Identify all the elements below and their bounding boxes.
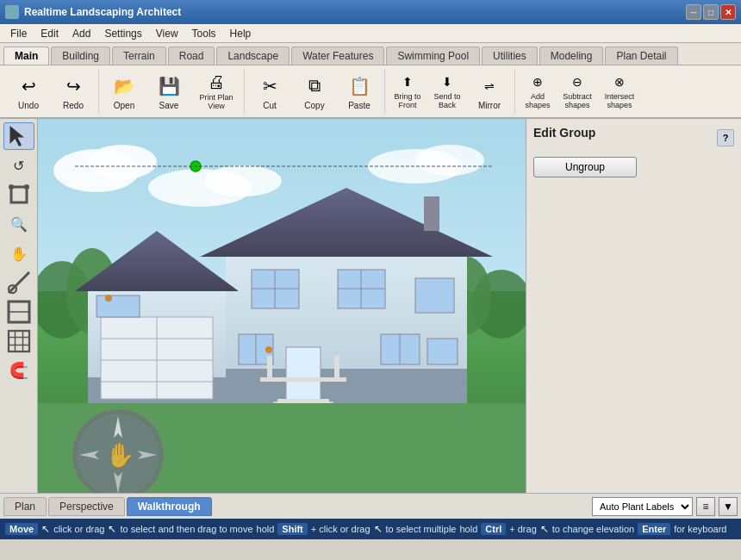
walkthrough-tab[interactable]: Walkthrough [127, 497, 212, 516]
cut-button[interactable]: ✂ Cut [248, 69, 291, 114]
intersect-shapes-button[interactable]: ⊗ Intersectshapes [598, 69, 641, 114]
layer-icon-button[interactable]: ≡ [696, 497, 715, 516]
mirror-icon: ⇌ [476, 72, 503, 99]
tab-main[interactable]: Main [3, 47, 49, 65]
intersect-shapes-icon: ⊗ [606, 72, 633, 91]
title-bar-left: Realtime Landscaping Architect [5, 5, 181, 19]
tab-modeling[interactable]: Modeling [539, 47, 604, 65]
menu-settings[interactable]: Settings [97, 26, 148, 41]
svg-rect-43 [415, 278, 454, 313]
toolbar-group-arrange: ⬆ Bring toFront ⬇ Send toBack ⇌ Mirror [389, 69, 515, 114]
cut-label: Cut [263, 101, 277, 110]
undo-button[interactable]: ↩ Undo [7, 69, 50, 114]
help-button[interactable]: ? [717, 129, 734, 146]
frame-tool-button[interactable] [3, 298, 34, 326]
reshape-tool-button[interactable] [3, 181, 34, 208]
svg-rect-54 [334, 356, 339, 382]
menu-view[interactable]: View [149, 26, 185, 41]
save-icon: 💾 [155, 72, 183, 99]
perspective-tab[interactable]: Perspective [48, 497, 125, 516]
svg-rect-36 [97, 296, 140, 317]
mirror-button[interactable]: ⇌ Mirror [468, 69, 511, 114]
svg-line-3 [9, 272, 29, 293]
tab-plan-detail[interactable]: Plan Detail [605, 47, 677, 65]
svg-rect-53 [267, 356, 272, 382]
paste-button[interactable]: 📋 Paste [338, 69, 381, 114]
ctrl-key-label: Ctrl [481, 523, 506, 535]
measure-tool-button[interactable] [3, 269, 34, 296]
svg-point-1 [9, 184, 14, 190]
subtract-shapes-label: Subtractshapes [563, 93, 592, 110]
print-label: Print PlanView [199, 94, 233, 111]
send-to-back-button[interactable]: ⬇ Send toBack [428, 69, 466, 114]
expand-icon-button[interactable]: ▼ [719, 497, 738, 516]
redo-label: Redo [63, 101, 84, 110]
canvas-area[interactable]: ✋ [38, 119, 526, 493]
cut-icon: ✂ [256, 72, 283, 99]
toolbar-group-file: 📂 Open 💾 Save 🖨 Print PlanView [103, 69, 245, 114]
status-text-8: to change elevation [552, 524, 634, 534]
menu-add[interactable]: Add [65, 26, 97, 41]
enter-key-label: Enter [638, 523, 670, 535]
magnet-tool-button[interactable]: 🧲 [3, 357, 34, 384]
menu-help[interactable]: Help [223, 26, 258, 41]
undo-label: Undo [18, 101, 39, 110]
title-bar: Realtime Landscaping Architect ─ □ ✕ [0, 0, 741, 24]
save-button[interactable]: 💾 Save [147, 69, 190, 114]
svg-rect-52 [260, 377, 346, 382]
mirror-label: Mirror [478, 101, 501, 110]
title-bar-buttons: ─ □ ✕ [686, 4, 736, 20]
maximize-button[interactable]: □ [703, 4, 719, 20]
cursor-icon: ↖ [41, 523, 50, 535]
plan-tab[interactable]: Plan [3, 497, 47, 516]
redo-button[interactable]: ↪ Redo [52, 69, 95, 114]
rotate-tool-button[interactable]: ↺ [3, 152, 34, 179]
close-button[interactable]: ✕ [720, 4, 736, 20]
grid-tool-button[interactable] [3, 327, 34, 355]
auto-plant-dropdown[interactable]: Auto Plant Labels [592, 497, 693, 516]
svg-rect-33 [286, 347, 321, 403]
tab-utilities[interactable]: Utilities [482, 47, 538, 65]
svg-point-18 [415, 145, 484, 176]
save-label: Save [159, 101, 179, 110]
subtract-shapes-button[interactable]: ⊖ Subtractshapes [558, 69, 596, 114]
copy-button[interactable]: ⧉ Copy [293, 69, 336, 114]
add-shapes-icon: ⊕ [524, 72, 551, 91]
tab-terrain[interactable]: Terrain [112, 47, 166, 65]
tab-water-features[interactable]: Water Features [291, 47, 384, 65]
print-button[interactable]: 🖨 Print PlanView [192, 69, 240, 114]
pan-tool-button[interactable]: ✋ [3, 240, 34, 267]
svg-text:✋: ✋ [105, 441, 135, 470]
add-shapes-button[interactable]: ⊕ Addshapes [519, 69, 557, 114]
paste-label: Paste [348, 101, 370, 110]
left-toolbar: ↺ 🔍 ✋ 🧲 [0, 119, 38, 493]
status-bar: Move ↖ click or drag ↖ to select and the… [0, 519, 741, 539]
zoom-tool-button[interactable]: 🔍 [3, 210, 34, 238]
house-scene: ✋ [38, 119, 526, 493]
tab-road[interactable]: Road [168, 47, 215, 65]
menu-tools[interactable]: Tools [185, 26, 223, 41]
tab-landscape[interactable]: Landscape [216, 47, 290, 65]
toolbar-group-shapes: ⊕ Addshapes ⊖ Subtractshapes ⊗ Intersect… [519, 69, 644, 114]
svg-rect-35 [277, 399, 329, 403]
status-text-2: to select and then drag to move [120, 524, 252, 534]
minimize-button[interactable]: ─ [686, 4, 701, 20]
status-text-1: click or drag [53, 524, 104, 534]
menu-file[interactable]: File [3, 26, 34, 41]
status-text-5: to select multiple [386, 524, 457, 534]
open-button[interactable]: 📂 Open [103, 69, 146, 114]
move-label: Move [5, 523, 38, 535]
add-shapes-label: Addshapes [525, 93, 550, 110]
paste-icon: 📋 [346, 72, 373, 99]
select-tool-button[interactable] [3, 122, 34, 150]
menu-bar: File Edit Add Settings View Tools Help [0, 24, 741, 43]
tab-swimming-pool[interactable]: Swimming Pool [386, 47, 480, 65]
ungroup-button[interactable]: Ungroup [533, 157, 637, 177]
undo-icon: ↩ [15, 72, 42, 99]
tab-building[interactable]: Building [51, 47, 110, 65]
menu-edit[interactable]: Edit [34, 26, 65, 41]
toolbar: ↩ Undo ↪ Redo 📂 Open 💾 Save 🖨 Print Plan… [0, 65, 741, 119]
status-text-9: for keyboard [674, 524, 726, 534]
bring-to-front-button[interactable]: ⬆ Bring toFront [389, 69, 427, 114]
tabs-bar: Main Building Terrain Road Landscape Wat… [0, 43, 741, 65]
